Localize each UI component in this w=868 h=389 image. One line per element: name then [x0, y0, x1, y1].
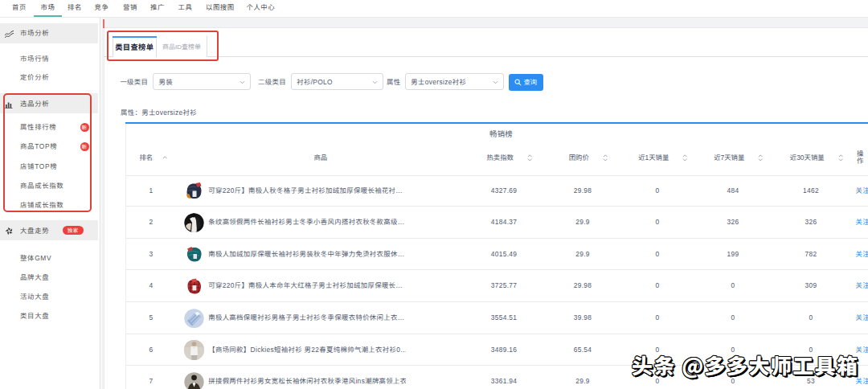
nav-item-2[interactable]: 排名	[68, 1, 82, 14]
product-image[interactable]	[184, 181, 204, 201]
cell-product: 南极人加绒加厚保暖长袖衬衫男装秋冬中年弹力免烫衬衣服休…	[177, 239, 465, 271]
col-header-label: 团购价	[569, 151, 589, 164]
sidebar-item-1-2[interactable]: 店铺TOP榜	[0, 160, 98, 173]
sidebar-item-2-2[interactable]: 活动大盘	[0, 290, 98, 303]
nav-item-4[interactable]: 营销	[123, 1, 137, 14]
col-header-2[interactable]: 热卖指数	[465, 151, 543, 164]
col-header-1: 商品	[177, 151, 465, 164]
query-button[interactable]: 查询	[509, 74, 543, 91]
asterisk-icon	[5, 227, 13, 235]
table-group-header: 畅销榜	[126, 128, 868, 141]
sidebar-item-label: 店铺成长指数	[20, 199, 63, 211]
sidebar-item-0-1[interactable]: 定价分析	[0, 71, 98, 84]
sidebar-item-0-0[interactable]: 市场行情	[0, 52, 98, 65]
nav-item-3[interactable]: 竞争	[95, 1, 109, 14]
cell-rank: 1	[126, 175, 177, 207]
col-header-0[interactable]: 排名	[126, 151, 177, 164]
filter-select-1[interactable]: 衬衫/POLO	[291, 73, 383, 91]
cell-sales-30d: 1462	[773, 175, 849, 207]
sidebar-group-1[interactable]: 选品分析	[0, 97, 98, 110]
nav-item-8[interactable]: 个人中心	[247, 1, 276, 14]
cell-sales-7d: 326	[693, 207, 773, 239]
product-title[interactable]: 南极人加绒加厚保暖长袖衬衫男装秋冬中年弹力免烫衬衣服休…	[208, 239, 404, 271]
sidebar-item-label: 品牌大盘	[20, 271, 49, 284]
cell-product: 条纹高领假两件长袖衬衫男士冬季小香风内搭衬衣秋冬款高级…	[177, 207, 465, 239]
product-image[interactable]	[184, 372, 204, 389]
cell-sales-1d: 0	[622, 302, 693, 334]
sort-icons[interactable]	[527, 154, 533, 161]
sidebar-item-label: 活动大盘	[20, 290, 49, 303]
sidebar-item-label: 市场行情	[20, 52, 49, 65]
nav-item-6[interactable]: 工具	[178, 1, 193, 14]
sidebar-group-label: 大盘走势	[20, 224, 49, 237]
follow-link[interactable]: 关注	[849, 302, 868, 334]
tabs-bottom-border-left	[104, 56, 113, 57]
col-header-6[interactable]: 近30天销量	[773, 151, 849, 164]
sidebar-item-1-0[interactable]: 属性排行榜新	[0, 121, 98, 133]
product-title[interactable]: 拼接假两件衬衫男女宽松长袖休闲衬衣秋季港风ins潮牌高领上衣	[208, 366, 406, 389]
nav-item-7[interactable]: 以图搜图	[206, 1, 235, 14]
cell-price: 39.98	[543, 302, 622, 334]
sort-icons[interactable]	[603, 154, 608, 161]
product-title[interactable]: 可穿220斤】南极人秋冬格子男士衬衫加绒加厚保暖长袖花衬…	[208, 175, 403, 207]
col-header-3[interactable]: 团购价	[543, 151, 622, 164]
selected-attribute-line: 属性：男士oversize衬衫	[121, 106, 197, 119]
tab-product-id-rank[interactable]: 商品ID查榜单	[157, 36, 207, 57]
follow-link[interactable]: 关注	[849, 270, 868, 302]
cell-product: 拼接假两件衬衫男女宽松长袖休闲衬衣秋季港风ins潮牌高领上衣	[177, 366, 465, 389]
cell-hot-index: 3489.16	[465, 334, 543, 366]
cell-price: 65.54	[543, 334, 622, 366]
product-image[interactable]	[184, 276, 204, 297]
sidebar-item-2-1[interactable]: 品牌大盘	[0, 271, 98, 284]
sidebar-item-2-3[interactable]: 类目大盘	[0, 309, 98, 322]
sidebar: 市场分析市场行情定价分析选品分析属性排行榜新商品TOP榜新店铺TOP榜商品成长指…	[0, 18, 100, 389]
product-image[interactable]	[184, 213, 204, 233]
chevron-down-icon	[372, 80, 378, 85]
filter-label-1: 二级类目	[258, 76, 286, 88]
sort-asc-icon[interactable]	[162, 156, 168, 159]
cell-price: 29.98	[543, 270, 622, 302]
nav-item-5[interactable]: 推广	[150, 1, 165, 14]
sidebar-item-2-0[interactable]: 整体GMV	[0, 252, 98, 264]
product-title[interactable]: 条纹高领假两件长袖衬衫男士冬季小香风内搭衬衣秋冬款高级…	[208, 207, 404, 239]
product-title[interactable]: 南极人高档保暖衬衫男格子男士衬衫冬季保暖衣特价休闲上衣…	[208, 302, 404, 334]
cell-product: 可穿220斤】南极人本命年大红格子男士衬衫加绒加厚保暖长…	[177, 270, 465, 302]
cell-sales-7d: 0	[693, 270, 773, 302]
follow-link[interactable]: 关注	[849, 207, 868, 239]
sidebar-group-2[interactable]: 大盘走势独家	[0, 224, 98, 237]
cell-product: 南极人高档保暖衬衫男格子男士衬衫冬季保暖衣特价休闲上衣…	[177, 302, 465, 334]
product-image[interactable]	[184, 340, 204, 360]
product-image[interactable]	[184, 309, 204, 329]
new-badge: 新	[80, 142, 89, 151]
sidebar-item-1-3[interactable]: 商品成长指数	[0, 179, 98, 192]
col-header-label: 近1天销量	[638, 151, 669, 164]
cell-hot-index: 3361.94	[465, 366, 543, 389]
filter-label-2: 属性	[387, 76, 400, 88]
product-title[interactable]: 可穿220斤】南极人本命年大红格子男士衬衫加绒加厚保暖长…	[208, 270, 403, 302]
nav-item-0[interactable]: 首页	[12, 1, 27, 14]
nav-item-1[interactable]: 市场	[41, 1, 55, 14]
follow-link[interactable]: 关注	[849, 175, 868, 207]
tab-category-rank[interactable]: 类目查榜单	[113, 36, 158, 57]
table-row-2: 2条纹高领假两件长袖衬衫男士冬季小香风内搭衬衣秋冬款高级…4184.3729.9…	[126, 207, 868, 239]
filter-select-2[interactable]: 男士oversize衬衫	[405, 73, 504, 91]
product-image[interactable]	[184, 244, 204, 264]
bar-chart-icon	[5, 100, 13, 108]
sidebar-item-label: 定价分析	[20, 71, 49, 84]
chevron-down-icon	[493, 80, 498, 85]
col-header-5[interactable]: 近7天销量	[693, 151, 773, 164]
sidebar-item-1-4[interactable]: 店铺成长指数	[0, 199, 98, 211]
sidebar-group-0[interactable]: 市场分析	[0, 27, 98, 39]
sort-icons[interactable]	[682, 154, 688, 161]
col-header-label: 热卖指数	[487, 151, 514, 164]
sidebar-item-1-1[interactable]: 商品TOP榜新	[0, 140, 98, 153]
col-header-4[interactable]: 近1天销量	[622, 151, 693, 164]
exclusive-badge: 独家	[63, 226, 84, 235]
sort-icons[interactable]	[758, 154, 764, 161]
filter-select-0[interactable]: 男装	[153, 73, 251, 91]
cell-sales-1d: 0	[622, 207, 693, 239]
sidebar-item-label: 属性排行榜	[20, 121, 56, 133]
product-title[interactable]: 【商场同款】Dickies短袖衬衫 男22春夏纯棉帅气潮上衣衬衫0…	[208, 334, 406, 366]
follow-link[interactable]: 关注	[849, 239, 868, 271]
sort-icons[interactable]	[838, 154, 844, 161]
